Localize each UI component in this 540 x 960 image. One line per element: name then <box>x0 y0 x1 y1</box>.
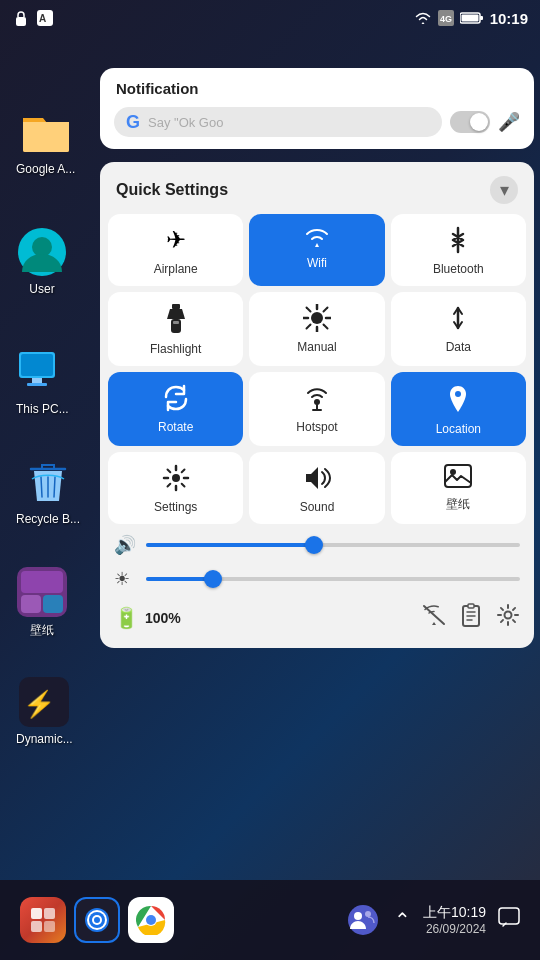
taskbar-app-chrome[interactable] <box>128 897 174 943</box>
svg-rect-11 <box>21 354 53 376</box>
qs-tile-manual[interactable]: Manual <box>249 292 384 366</box>
svg-text:⚡: ⚡ <box>23 688 56 720</box>
flashlight-label: Flashlight <box>150 342 201 356</box>
qs-title: Quick Settings <box>116 181 228 199</box>
qs-expand-button[interactable]: ▾ <box>490 176 518 204</box>
rotate-icon <box>162 384 190 412</box>
svg-rect-0 <box>16 17 26 26</box>
svg-rect-47 <box>31 908 42 919</box>
notification-title: Notification <box>100 68 534 107</box>
status-bar: A 4G 10:19 <box>0 0 540 36</box>
qs-tile-data[interactable]: Data <box>391 292 526 366</box>
qs-tile-sound[interactable]: Sound <box>249 452 384 524</box>
qs-header: Quick Settings ▾ <box>100 162 534 214</box>
qs-tile-rotate[interactable]: Rotate <box>108 372 243 446</box>
desktop-icon-recycle[interactable]: Recycle B... <box>16 456 80 526</box>
flashlight-icon <box>165 304 187 334</box>
taskbar-app-store[interactable] <box>20 897 66 943</box>
sound-label: Sound <box>300 500 335 514</box>
svg-point-38 <box>172 474 180 482</box>
qs-sliders: 🔊 ☀ <box>100 530 534 598</box>
settings-icon <box>162 464 190 492</box>
quick-settings-panel: Quick Settings ▾ ✈ Airplane Wifi Bluetoo… <box>100 162 534 648</box>
taskbar-right: ⌃ 上午10:19 26/09/2024 <box>344 901 520 939</box>
svg-text:4G: 4G <box>440 14 452 24</box>
wifi-icon <box>414 11 432 25</box>
svg-rect-50 <box>44 921 55 932</box>
svg-point-61 <box>365 911 371 917</box>
qs-battery-row: 🔋 100% <box>100 598 534 640</box>
bluetooth-icon <box>447 226 469 254</box>
volume-thumb[interactable] <box>305 536 323 554</box>
wifi-label: Wifi <box>307 256 327 270</box>
mic-icon: 🎤 <box>498 111 520 133</box>
svg-point-40 <box>450 469 456 475</box>
battery-percent: 100% <box>145 610 181 626</box>
lock-icon <box>12 9 30 27</box>
data-label: Data <box>446 340 471 354</box>
font-icon: A <box>36 9 54 27</box>
volume-track[interactable] <box>146 543 520 547</box>
brightness-track[interactable] <box>146 577 520 581</box>
qs-tile-airplane[interactable]: ✈ Airplane <box>108 214 243 286</box>
svg-rect-49 <box>31 921 42 932</box>
svg-text:A: A <box>39 13 46 24</box>
qs-tile-bluetooth[interactable]: Bluetooth <box>391 214 526 286</box>
qs-bottom-icons <box>422 602 520 634</box>
desktop-icon-dynamic[interactable]: ⚡ Dynamic... <box>16 676 73 746</box>
qs-tile-location[interactable]: Location <box>391 372 526 446</box>
taskbar-app-brave[interactable] <box>74 897 120 943</box>
desktop-icon-user[interactable]: User <box>16 226 68 296</box>
svg-point-55 <box>94 917 100 923</box>
desktop-icon-wallpaper[interactable]: 壁纸 <box>16 566 68 639</box>
taskbar-apps <box>20 897 174 943</box>
user-label: User <box>29 282 54 296</box>
volume-slider-row: 🔊 <box>114 534 520 556</box>
no-wifi-icon[interactable] <box>422 604 446 632</box>
brightness-icon <box>303 304 331 332</box>
qs-tile-settings[interactable]: Settings <box>108 452 243 524</box>
settings-gear-icon[interactable] <box>496 603 520 633</box>
desktop-icon-folder[interactable]: Google A... <box>16 106 75 176</box>
taskbar-app-teams[interactable] <box>344 901 382 939</box>
volume-fill <box>146 543 314 547</box>
desktop-icon-computer[interactable]: This PC... <box>16 346 69 416</box>
message-icon-button[interactable] <box>498 907 520 934</box>
battery-status-icon: 🔋 <box>114 606 139 630</box>
manual-label: Manual <box>297 340 336 354</box>
signal-icon: 4G <box>438 10 454 26</box>
svg-rect-48 <box>44 908 55 919</box>
svg-rect-39 <box>445 465 471 487</box>
svg-rect-17 <box>43 595 63 613</box>
svg-line-29 <box>306 308 310 312</box>
computer-label: This PC... <box>16 402 69 416</box>
location-label: Location <box>436 422 481 436</box>
hotspot-icon <box>303 384 331 412</box>
svg-rect-23 <box>173 321 179 324</box>
taskbar-clock: 上午10:19 26/09/2024 <box>423 904 486 936</box>
status-time: 10:19 <box>490 10 528 27</box>
folder-label: Google A... <box>16 162 75 176</box>
qs-tile-flashlight[interactable]: Flashlight <box>108 292 243 366</box>
svg-point-58 <box>146 915 156 925</box>
notification-toggle[interactable] <box>450 111 490 133</box>
qs-tile-wallpaper[interactable]: 壁纸 <box>391 452 526 524</box>
battery-icon <box>460 11 484 25</box>
brightness-thumb[interactable] <box>204 570 222 588</box>
volume-icon: 🔊 <box>114 534 136 556</box>
svg-rect-6 <box>480 16 483 20</box>
taskbar-time: 上午10:19 <box>423 904 486 922</box>
settings-label: Settings <box>154 500 197 514</box>
svg-rect-21 <box>172 304 180 309</box>
qs-tile-wifi[interactable]: Wifi <box>249 214 384 286</box>
search-bar[interactable]: G Say "Ok Goo <box>114 107 442 137</box>
svg-rect-7 <box>461 15 478 22</box>
data-icon <box>445 304 471 332</box>
brightness-slider-row: ☀ <box>114 568 520 590</box>
clipboard-icon[interactable] <box>460 602 482 634</box>
qs-tile-hotspot[interactable]: Hotspot <box>249 372 384 446</box>
battery-info: 🔋 100% <box>114 606 181 630</box>
google-logo: G <box>126 112 140 133</box>
chevron-up-button[interactable]: ⌃ <box>394 908 411 932</box>
svg-rect-42 <box>468 604 474 608</box>
